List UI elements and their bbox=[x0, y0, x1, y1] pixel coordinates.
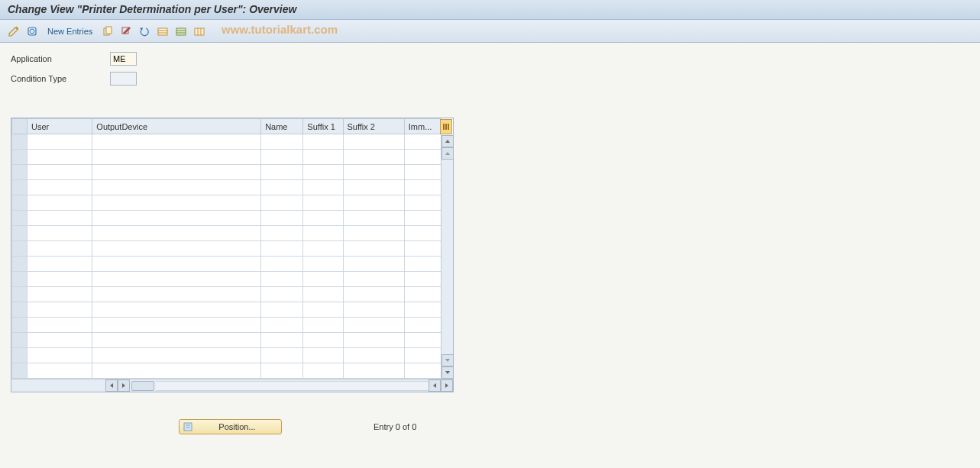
table-cell[interactable] bbox=[404, 333, 441, 348]
table-cell[interactable] bbox=[303, 195, 343, 211]
table-cell[interactable] bbox=[261, 272, 303, 287]
scroll-down-button[interactable] bbox=[441, 366, 454, 379]
table-cell[interactable] bbox=[92, 241, 261, 257]
table-cell[interactable] bbox=[404, 165, 441, 180]
scroll-right-end-button[interactable] bbox=[441, 379, 453, 392]
column-header-imm[interactable]: Imm... bbox=[404, 119, 441, 134]
table-row[interactable] bbox=[12, 363, 441, 379]
table-cell[interactable] bbox=[404, 363, 441, 379]
other-view-icon[interactable] bbox=[24, 24, 40, 39]
copy-icon[interactable] bbox=[100, 24, 115, 39]
scroll-up-button-2[interactable] bbox=[441, 147, 454, 160]
select-block-icon[interactable] bbox=[173, 24, 189, 39]
table-cell[interactable] bbox=[303, 287, 343, 302]
table-cell[interactable] bbox=[261, 287, 303, 302]
table-cell[interactable] bbox=[261, 150, 303, 165]
table-cell[interactable] bbox=[404, 226, 441, 241]
table-cell[interactable] bbox=[92, 226, 261, 241]
scroll-up-button[interactable] bbox=[441, 135, 454, 147]
scroll-track[interactable] bbox=[441, 160, 453, 354]
table-cell[interactable] bbox=[27, 226, 92, 241]
table-cell[interactable] bbox=[92, 348, 261, 363]
table-cell[interactable] bbox=[92, 195, 261, 211]
table-cell[interactable] bbox=[92, 272, 261, 287]
table-cell[interactable] bbox=[27, 165, 92, 180]
table-row[interactable] bbox=[12, 272, 441, 287]
display-change-icon[interactable] bbox=[6, 24, 21, 39]
table-cell[interactable] bbox=[303, 272, 343, 287]
table-row[interactable] bbox=[12, 348, 441, 363]
table-cell[interactable] bbox=[261, 257, 303, 272]
table-cell[interactable] bbox=[261, 211, 303, 226]
table-cell[interactable] bbox=[27, 363, 92, 379]
table-cell[interactable] bbox=[27, 272, 92, 287]
table-cell[interactable] bbox=[303, 211, 343, 226]
row-selector[interactable] bbox=[12, 287, 27, 302]
table-cell[interactable] bbox=[404, 241, 441, 257]
column-header-suffix1[interactable]: Suffix 1 bbox=[303, 119, 343, 134]
column-header-user[interactable]: User bbox=[27, 119, 92, 134]
table-cell[interactable] bbox=[343, 211, 404, 226]
delete-icon[interactable] bbox=[118, 24, 134, 39]
table-cell[interactable] bbox=[303, 180, 343, 195]
table-cell[interactable] bbox=[261, 348, 303, 363]
table-cell[interactable] bbox=[27, 257, 92, 272]
table-cell[interactable] bbox=[27, 318, 92, 333]
table-cell[interactable] bbox=[27, 134, 92, 150]
table-cell[interactable] bbox=[261, 333, 303, 348]
column-header-name[interactable]: Name bbox=[261, 119, 303, 134]
table-cell[interactable] bbox=[343, 241, 404, 257]
row-selector[interactable] bbox=[12, 165, 27, 180]
hscroll-thumb[interactable] bbox=[131, 381, 154, 391]
table-cell[interactable] bbox=[343, 180, 404, 195]
table-row[interactable] bbox=[12, 318, 441, 333]
new-entries-button[interactable]: New Entries bbox=[43, 27, 97, 36]
table-cell[interactable] bbox=[343, 318, 404, 333]
row-selector[interactable] bbox=[12, 257, 27, 272]
row-selector[interactable] bbox=[12, 226, 27, 241]
position-button[interactable]: Position... bbox=[179, 419, 282, 434]
table-cell[interactable] bbox=[343, 226, 404, 241]
scroll-left-end-button[interactable] bbox=[429, 379, 441, 392]
row-selector[interactable] bbox=[12, 363, 27, 379]
table-cell[interactable] bbox=[27, 180, 92, 195]
table-cell[interactable] bbox=[343, 287, 404, 302]
table-cell[interactable] bbox=[303, 226, 343, 241]
row-selector[interactable] bbox=[12, 180, 27, 195]
table-cell[interactable] bbox=[27, 195, 92, 211]
table-cell[interactable] bbox=[343, 257, 404, 272]
table-row[interactable] bbox=[12, 302, 441, 318]
table-cell[interactable] bbox=[404, 302, 441, 318]
table-cell[interactable] bbox=[92, 180, 261, 195]
table-cell[interactable] bbox=[404, 287, 441, 302]
row-selector[interactable] bbox=[12, 195, 27, 211]
table-cell[interactable] bbox=[27, 302, 92, 318]
row-selector[interactable] bbox=[12, 272, 27, 287]
table-cell[interactable] bbox=[343, 165, 404, 180]
table-cell[interactable] bbox=[303, 333, 343, 348]
table-cell[interactable] bbox=[343, 134, 404, 150]
configure-columns-button[interactable] bbox=[440, 119, 452, 134]
row-selector[interactable] bbox=[12, 241, 27, 257]
table-cell[interactable] bbox=[303, 302, 343, 318]
table-cell[interactable] bbox=[27, 211, 92, 226]
row-selector[interactable] bbox=[12, 211, 27, 226]
table-row[interactable] bbox=[12, 333, 441, 348]
table-cell[interactable] bbox=[92, 363, 261, 379]
condition-type-input[interactable] bbox=[110, 72, 137, 86]
table-cell[interactable] bbox=[343, 302, 404, 318]
undo-icon[interactable] bbox=[137, 24, 152, 39]
table-cell[interactable] bbox=[261, 302, 303, 318]
table-cell[interactable] bbox=[343, 195, 404, 211]
column-header-suffix2[interactable]: Suffix 2 bbox=[343, 119, 404, 134]
table-cell[interactable] bbox=[261, 226, 303, 241]
horizontal-scrollbar[interactable] bbox=[11, 379, 453, 392]
table-cell[interactable] bbox=[404, 211, 441, 226]
table-cell[interactable] bbox=[92, 211, 261, 226]
table-cell[interactable] bbox=[303, 363, 343, 379]
table-cell[interactable] bbox=[404, 150, 441, 165]
table-cell[interactable] bbox=[404, 134, 441, 150]
select-all-icon[interactable] bbox=[155, 24, 170, 39]
table-cell[interactable] bbox=[261, 363, 303, 379]
table-cell[interactable] bbox=[404, 318, 441, 333]
